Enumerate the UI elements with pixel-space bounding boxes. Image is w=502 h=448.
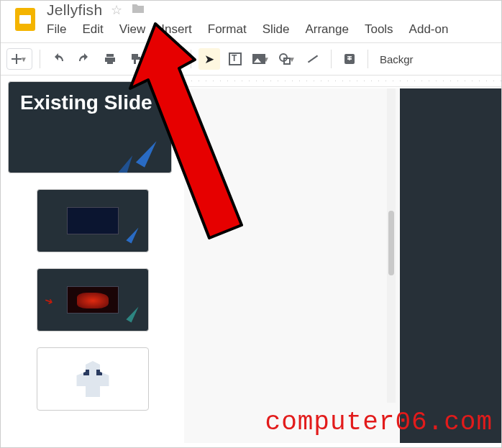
slide-canvas-area [184, 76, 501, 443]
folder-icon[interactable] [131, 3, 145, 17]
horizontal-ruler [184, 76, 501, 87]
current-slide-preview[interactable] [400, 88, 501, 443]
undo-button[interactable] [47, 48, 69, 70]
menu-tools[interactable]: Tools [365, 22, 393, 37]
textbox-button[interactable] [224, 48, 246, 70]
scrollbar-thumb[interactable] [388, 211, 394, 275]
menu-view[interactable]: View [119, 22, 146, 37]
background-button[interactable]: Backgr [375, 53, 418, 65]
svg-rect-1 [19, 15, 31, 24]
menu-insert[interactable]: Insert [161, 22, 192, 37]
cursor-icon: ➤ [204, 52, 214, 67]
menu-slide[interactable]: Slide [263, 22, 290, 37]
line-button[interactable] [302, 48, 324, 70]
slides-logo [11, 5, 40, 34]
menu-edit[interactable]: Edit [82, 22, 103, 37]
select-tool-button[interactable]: ➤ [198, 48, 220, 70]
slide-thumbnail-panel: Existing Slide 6 ➔ [1, 76, 184, 443]
chevron-down-icon: ▼ [173, 55, 181, 63]
menu-arrange[interactable]: Arrange [305, 22, 348, 37]
image-button[interactable]: ▼ [250, 48, 272, 70]
slide-thumbnail-1[interactable]: Existing Slide [8, 81, 172, 173]
arrow-icon: ➔ [43, 293, 55, 307]
svg-text:+: + [347, 54, 352, 63]
slide-thumbnail-2[interactable] [37, 189, 149, 252]
slide-1-title: Existing Slide [20, 92, 160, 114]
chevron-down-icon: ▼ [20, 55, 27, 63]
chevron-down-icon: ▼ [288, 55, 296, 63]
redo-button[interactable] [73, 48, 95, 70]
vertical-scrollbar[interactable] [387, 88, 396, 403]
paint-format-button[interactable] [125, 48, 147, 70]
menu-bar: File Edit View Insert Format Slide Arran… [47, 18, 448, 42]
toolbar: ▼ ▼ ➤ ▼ ▼ + Backgr [1, 42, 501, 76]
watermark-text: computer06.com [265, 408, 493, 437]
menu-format[interactable]: Format [208, 22, 247, 37]
comment-button[interactable]: + [339, 48, 360, 70]
menu-addons[interactable]: Add-on [409, 22, 449, 37]
print-button[interactable] [99, 48, 121, 70]
slide-thumbnail-3[interactable]: ➔ [37, 268, 149, 332]
menu-file[interactable]: File [47, 22, 66, 37]
line-icon [308, 55, 318, 63]
new-slide-button[interactable]: ▼ [6, 48, 32, 70]
shape-button[interactable]: ▼ [276, 48, 298, 70]
textbox-icon [229, 52, 242, 65]
document-title[interactable]: Jellyfish [47, 1, 102, 19]
image-icon [252, 54, 265, 64]
svg-point-2 [165, 54, 173, 61]
slide-thumbnail-4[interactable] [37, 347, 149, 411]
star-icon[interactable]: ☆ [111, 2, 122, 18]
zoom-button[interactable]: ▼ [162, 48, 183, 70]
